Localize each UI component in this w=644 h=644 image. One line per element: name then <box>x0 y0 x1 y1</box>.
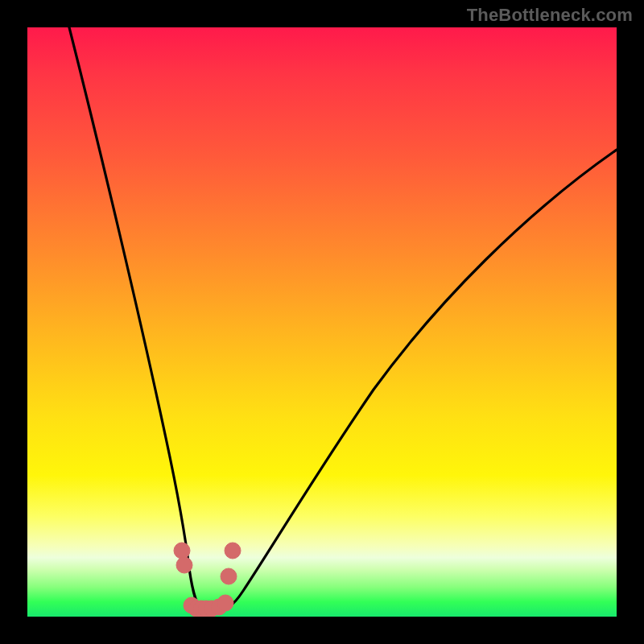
curve-layer <box>27 27 617 617</box>
svg-point-9 <box>221 568 237 584</box>
svg-point-10 <box>225 543 241 559</box>
left-branch-curve <box>69 27 213 612</box>
plot-area <box>27 27 617 617</box>
right-branch-curve <box>213 150 617 612</box>
marker-cluster <box>174 543 241 617</box>
svg-point-8 <box>217 595 233 611</box>
svg-point-1 <box>176 557 192 573</box>
watermark-text: TheBottleneck.com <box>467 5 633 26</box>
chart-frame: TheBottleneck.com <box>0 0 644 644</box>
svg-point-0 <box>174 543 190 559</box>
